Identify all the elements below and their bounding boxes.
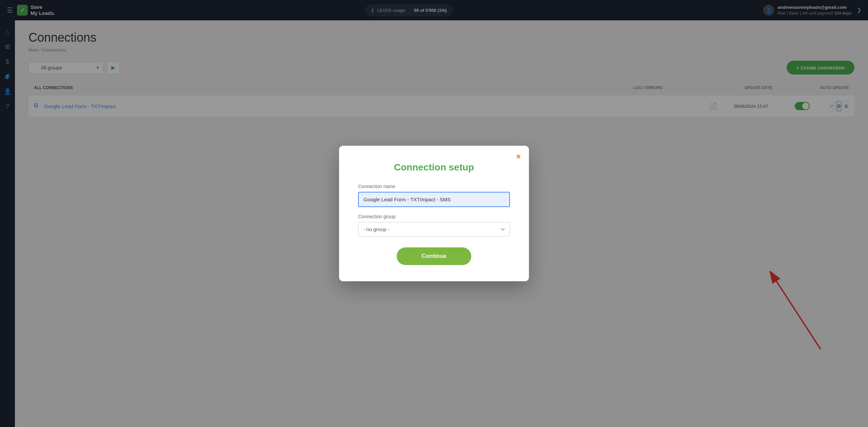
connection-setup-modal: × Connection setup Connection name Conne… (339, 146, 529, 281)
continue-button[interactable]: Continue (397, 247, 471, 265)
connection-name-input[interactable] (358, 192, 510, 207)
modal-title: Connection setup (358, 162, 510, 173)
connection-group-select[interactable]: - no group - Group 1 Group 2 (358, 222, 510, 237)
connection-name-label: Connection name (358, 184, 510, 189)
connection-group-group: Connection group - no group - Group 1 Gr… (358, 214, 510, 237)
connection-name-group: Connection name (358, 184, 510, 207)
modal-close-button[interactable]: × (516, 152, 521, 161)
connection-group-select-wrap: - no group - Group 1 Group 2 (358, 222, 510, 237)
modal-overlay[interactable]: × Connection setup Connection name Conne… (0, 0, 868, 427)
connection-group-label: Connection group (358, 214, 510, 219)
